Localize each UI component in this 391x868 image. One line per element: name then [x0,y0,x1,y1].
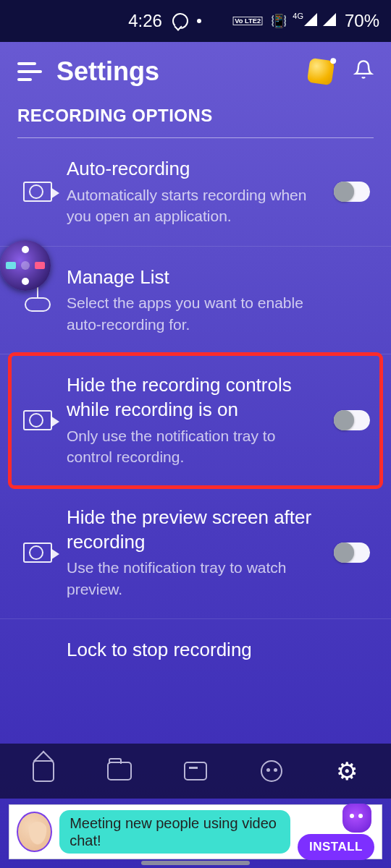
row-lock-stop[interactable]: Lock to stop recording [0,619,391,673]
status-time: 4:26 [128,11,162,31]
camera-settings-icon [17,410,58,430]
nav-settings[interactable]: ⚙ [332,755,363,787]
gamepad-icon [17,287,58,313]
toggle-hide-controls[interactable] [334,410,370,430]
page-title: Settings [56,56,308,87]
ad-install-button[interactable]: INSTALL [298,834,374,860]
signal-2-icon [323,12,336,30]
row-title: Auto-recording [67,157,321,182]
row-subtitle: Use the notification tray to watch previ… [67,557,321,600]
nav-facecam[interactable] [256,755,287,787]
vibrate-icon: 📳 [271,13,287,29]
section-header: RECORDING OPTIONS [17,100,374,138]
toggle-hide-preview[interactable] [334,542,370,563]
battery-text: 70% [345,11,379,31]
notification-dot-icon [197,19,201,23]
nav-home[interactable] [28,755,59,787]
camera-settings-icon [17,182,58,202]
row-title: Hide the preview screen after recording [67,506,321,555]
row-subtitle: Select the apps you want to enable auto-… [67,292,321,335]
ad-banner[interactable]: Meeting new people using video chat! INS… [9,804,382,859]
ad-text: Meeting new people using video chat! [59,810,290,854]
row-auto-recording[interactable]: Auto-recording Automatically starts reco… [0,138,391,247]
whatsapp-icon [172,13,188,29]
camera-settings-icon [17,542,58,563]
row-title: Hide the recording controls while record… [67,373,321,422]
app-bar: Settings [0,42,391,100]
row-hide-controls[interactable]: Hide the recording controls while record… [10,354,381,487]
status-bar: 4:26 Vo LTE2 📳 4G 70% [0,0,391,42]
row-subtitle: Only use the notification tray to contro… [67,425,321,467]
row-manage-list[interactable]: Manage List Select the apps you want to … [0,247,391,355]
row-title: Lock to stop recording [67,638,321,663]
nav-files[interactable] [104,755,135,787]
row-title: Manage List [67,265,321,290]
nav-screenshots[interactable] [180,755,211,787]
settings-list: Auto-recording Automatically starts reco… [0,138,391,673]
notifications-icon[interactable] [353,59,374,85]
ad-mascot-icon [342,804,371,833]
row-hide-preview[interactable]: Hide the preview screen after recording … [0,487,391,619]
bottom-nav: ⚙ [0,744,391,799]
volte-icon: Vo LTE2 [233,17,263,25]
toggle-auto-recording[interactable] [334,182,370,202]
home-indicator[interactable] [141,861,250,865]
ad-avatar [17,812,52,852]
premium-icon[interactable] [307,58,335,85]
row-subtitle: Automatically starts recording when you … [67,184,321,227]
signal-1-icon: 4G [293,12,317,30]
floating-recorder-bubble[interactable] [0,240,51,291]
menu-icon[interactable] [17,62,42,81]
